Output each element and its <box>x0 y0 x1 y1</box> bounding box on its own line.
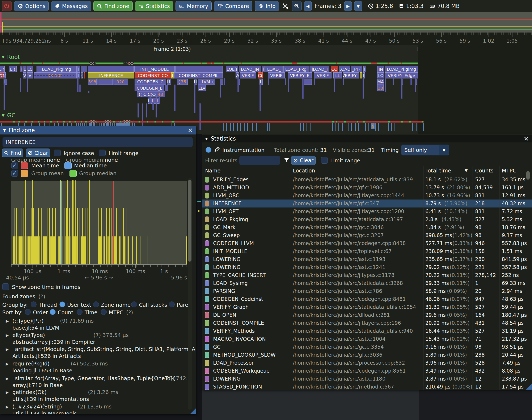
gc-zone-tick[interactable] <box>247 123 248 131</box>
thread-root-label[interactable]: ▼ Root <box>2 54 20 60</box>
gc-zone-tick[interactable] <box>244 123 245 131</box>
gc-zone-tick[interactable] <box>300 123 301 131</box>
timeline-zone[interactable]: LOAD_IN <box>239 66 261 72</box>
timeline-zone-stub[interactable] <box>237 78 239 92</box>
find-button[interactable]: Find <box>2 149 23 157</box>
table-row[interactable]: PARSING/home/kristofferc/julia/src/ast.c… <box>202 287 532 295</box>
gc-zone-tick[interactable] <box>351 123 352 131</box>
collapse-triangle-icon[interactable]: ▼ <box>2 55 5 59</box>
timeline-zone[interactable]: l <box>20 66 22 72</box>
timeline-zone[interactable]: L ( <box>9 66 16 72</box>
timeline-zone[interactable]: LL <box>167 79 171 85</box>
timeline-zone-stub[interactable] <box>410 78 412 85</box>
frame-bar-segment[interactable] <box>377 62 418 64</box>
timeline-ruler[interactable]: 8 s11 s14 s17 s20 s23 s26 s29 s32 s35 s3… <box>0 32 532 45</box>
gc-zone-tick[interactable] <box>267 123 268 131</box>
gc-zone-tick[interactable] <box>355 123 356 131</box>
table-row[interactable]: VERIFY_Methods/home/kristofferc/julia/sr… <box>202 327 532 335</box>
table-row[interactable]: ADD_METHOD/home/kristofferc/julia/src/gf… <box>202 184 532 192</box>
timeline-zone[interactable]: VERIFY_I <box>343 72 359 78</box>
timeline-zone[interactable]: C <box>1 72 3 78</box>
timeline-zone[interactable]: L <box>23 66 27 72</box>
table-row[interactable]: CODEINST_COMPILE/home/kristofferc/julia/… <box>202 319 532 327</box>
group-by-radio-zone-name[interactable] <box>93 301 99 307</box>
timeline-zone-stub[interactable] <box>260 85 261 111</box>
right-button[interactable]: ▶ <box>344 1 352 11</box>
group-by-radio-pare[interactable] <box>169 301 175 307</box>
timeline-zone-stub[interactable] <box>415 78 416 92</box>
gc-zone-tick[interactable] <box>240 123 241 131</box>
found-zone-item[interactable]: ▶getindex(Ok)(2) 3.26 msutils.jl:39 in I… <box>0 389 196 402</box>
timeline-zone-stub[interactable] <box>302 78 304 99</box>
filter-funnel-icon[interactable] <box>284 157 290 163</box>
frame-bar-slow-segment[interactable] <box>401 62 402 64</box>
timeline-zone[interactable]: LO <box>377 72 384 78</box>
gc-zone-tick[interactable] <box>252 123 253 131</box>
found-zone-item[interactable]: ▶_similar_for(Array, Type, Generator, Ha… <box>0 375 196 388</box>
gc-zone-tick[interactable] <box>332 123 333 131</box>
timeline-zone[interactable]: INIT_MODULE <box>134 66 175 72</box>
gc-zone-tick[interactable] <box>375 123 376 131</box>
timeline-zone[interactable]: l <box>363 66 366 72</box>
table-row[interactable]: GC_Mark/home/kristofferc/julia/src/gc.c:… <box>202 224 532 231</box>
timeline-zone[interactable] <box>304 79 312 85</box>
timeline-zone-stub[interactable] <box>285 78 286 85</box>
timeline-zone[interactable]: L <box>4 79 7 85</box>
collapse-triangle-icon[interactable]: ▼ <box>3 128 6 132</box>
timeline-zone-stub[interactable] <box>268 78 269 85</box>
timeline-zone[interactable]: LLV <box>198 85 206 91</box>
wrench-tool[interactable] <box>281 3 289 9</box>
timeline-zone-stub[interactable] <box>362 78 364 99</box>
clear-button[interactable]: Clear <box>26 149 50 157</box>
timeline-zone[interactable]: 398 <box>88 79 96 85</box>
gc-zone-tick[interactable] <box>307 123 307 131</box>
gc-zone-tick[interactable] <box>365 123 366 131</box>
table-row[interactable]: STAGED_FUNCTION/home/kristofferc/julia/s… <box>202 383 532 390</box>
timeline-zone-stub[interactable] <box>174 85 175 111</box>
frame-bar-slow-segment[interactable] <box>201 62 202 64</box>
timeline-zone-stub[interactable] <box>27 78 28 92</box>
gc-zone-tick[interactable] <box>310 123 311 131</box>
sort-by-radio-order[interactable] <box>25 309 31 315</box>
compare-button[interactable]: Compare <box>214 1 252 11</box>
timeline-zone[interactable]: LC <box>27 66 33 72</box>
frame-time-band[interactable] <box>0 12 532 32</box>
timeline-zone-stub[interactable] <box>97 78 98 85</box>
limit-range-checkbox[interactable] <box>99 150 106 156</box>
statistics-button[interactable]: Statistics <box>135 1 173 11</box>
table-row[interactable]: MACRO_INVOCATION/home/kristofferc/julia/… <box>202 335 532 343</box>
show-zone-time-checkbox[interactable] <box>2 284 9 290</box>
timeline-zone[interactable]: C( <box>258 72 263 78</box>
instrumentation-radio[interactable] <box>205 147 211 153</box>
timeline-zone[interactable] <box>165 85 168 91</box>
gc-zone-tick[interactable] <box>226 123 227 131</box>
frame-bar-slow-segment[interactable] <box>212 62 214 64</box>
zone-time-histogram[interactable] <box>11 181 187 265</box>
timeline-zone[interactable] <box>360 72 362 78</box>
table-row[interactable]: CODEGEN_LLVM/home/kristofferc/julia/src/… <box>202 239 532 247</box>
timeline-zone[interactable]: I <box>171 72 174 78</box>
timeline-zone[interactable]: LOAD_Pkgimg <box>385 66 418 72</box>
timeline-zone[interactable] <box>97 79 113 85</box>
ignore-case-checkbox[interactable] <box>54 150 61 156</box>
found-zone-item[interactable]: ▶_artifact_str(Module, String, SubString… <box>0 346 196 359</box>
timeline-zone[interactable] <box>84 72 85 78</box>
frame-bar-slow-segment[interactable] <box>32 62 33 64</box>
timeline-zone[interactable]: V( <box>235 72 239 78</box>
frame-bar-slow-segment[interactable] <box>371 62 377 64</box>
filter-input[interactable] <box>239 156 280 165</box>
timeline-zone[interactable]: ( 75 <box>177 79 188 85</box>
timeline-zone[interactable]: 14,532 <box>34 72 77 78</box>
timeline-zone-stub[interactable] <box>77 78 78 92</box>
column-header-total-time[interactable]: Total time <box>425 168 451 174</box>
frame-bar-slow-segment[interactable] <box>336 62 337 64</box>
timeline-zone[interactable]: _PI ( <box>351 66 362 72</box>
timeline-zone[interactable]: L <box>220 79 223 85</box>
memory-button[interactable]: Memory <box>175 1 212 11</box>
found-zone-item[interactable]: ▶(::Type)(Ptr)(9) 71.69 msbase.jl:54 in … <box>0 318 196 331</box>
timeline-zone[interactable] <box>175 66 223 72</box>
group-by-radio-thread[interactable] <box>31 301 36 307</box>
timeline-zone[interactable]: LOAD <box>340 66 350 72</box>
timeline-zone-stub[interactable] <box>88 91 89 93</box>
table-row[interactable]: GC/home/kristofferc/julia/src/gc.c:33549… <box>202 343 532 351</box>
